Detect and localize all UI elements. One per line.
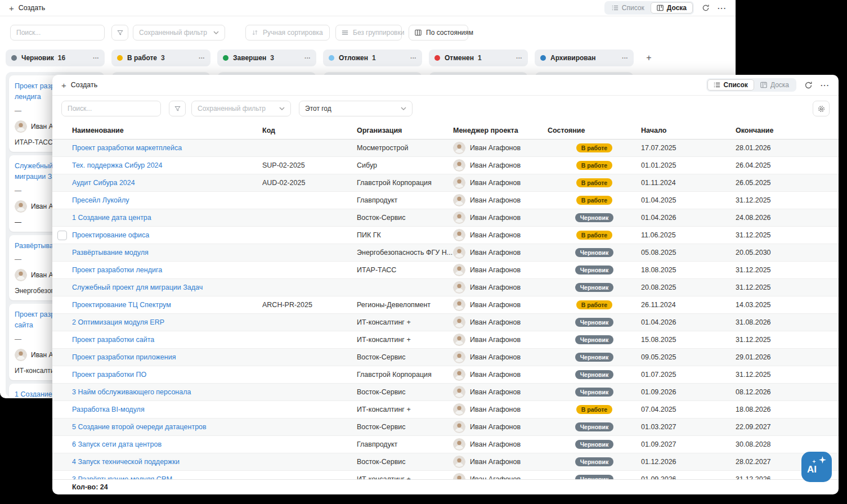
avatar (453, 281, 465, 294)
manager-name: Иван Агафонов (470, 196, 521, 204)
status-badge: Черновик (575, 457, 614, 467)
view-toggle-list[interactable]: Список (707, 79, 754, 91)
table-row[interactable]: 2 Оптимизация модуля ERP ИТ-консалтинг +… (52, 314, 839, 331)
board-columns: Черновик 16 ··· В работе 3 ··· Завершен … (0, 45, 736, 66)
table-row[interactable]: Аудит Сибура 2024 AUD-02-2025 Главстрой … (52, 174, 839, 192)
board-column-header[interactable]: Черновик 16 ··· (6, 50, 105, 66)
refresh-icon[interactable] (702, 4, 710, 12)
ai-assistant-button[interactable]: AI (801, 452, 832, 482)
column-more-icon[interactable]: ··· (622, 55, 628, 61)
table-row[interactable]: Пресейл Лукойлу Главпродукт Иван Агафоно… (52, 192, 839, 209)
table-row[interactable]: Проект разработки приложения Восток-Серв… (52, 349, 839, 366)
project-organization: Восток-Сервис (357, 458, 453, 466)
status-badge: Черновик (575, 388, 614, 397)
view-toggle-board[interactable]: Доска (651, 2, 693, 14)
column-label: Отменен (445, 54, 474, 62)
project-link[interactable]: Тех. поддержка Сибур 2024 (72, 161, 262, 169)
project-link[interactable]: Проект разработки маркетплейса (72, 144, 262, 152)
table-row[interactable]: 4 Запуск технической поддержки Восток-Се… (52, 453, 839, 471)
project-link[interactable]: Развёртывание модуля (72, 249, 262, 256)
project-link[interactable]: Проект разработки приложения (72, 353, 262, 361)
period-select[interactable]: Этот год (299, 101, 413, 116)
column-more-icon[interactable]: ··· (304, 55, 311, 61)
column-header[interactable]: Начало (641, 127, 736, 134)
table-row[interactable]: Разработка BI-модуля ИТ-консалтинг + Ива… (52, 401, 839, 418)
grouping-button[interactable]: Без группировки (335, 25, 402, 40)
column-header[interactable]: Состояние (548, 127, 641, 134)
more-icon[interactable]: ··· (821, 82, 830, 89)
create-button[interactable]: + Создать (61, 81, 97, 89)
table-row[interactable]: 5 Создание второй очереди датацентров Во… (52, 418, 839, 436)
table-row[interactable]: Тех. поддержка Сибур 2024 SUP-02-2025 Си… (52, 157, 839, 174)
project-link[interactable]: 6 Запуск сети дата центров (72, 440, 262, 448)
project-link[interactable]: Проект разработки сайта (72, 336, 262, 344)
column-header[interactable]: Менеджер проекта (453, 127, 548, 134)
project-link[interactable]: 3 Найм обслуживающего персонала (72, 388, 262, 396)
column-more-icon[interactable]: ··· (199, 55, 205, 61)
manager-name: Иван Агафонов (470, 318, 521, 326)
table-row[interactable]: Проект разработки сайта ИТ-консалтинг + … (52, 331, 839, 349)
table-row[interactable]: Проектирование офиса ПИК ГК Иван Агафоно… (52, 227, 839, 244)
by-states-button[interactable]: По состояниям (409, 25, 468, 40)
project-link[interactable]: Разработка BI-модуля (72, 406, 262, 413)
project-link[interactable]: Служебный проект для миграции Задач (72, 284, 262, 291)
table-row[interactable]: 6 Запуск сети дата центров Главпродукт И… (52, 436, 839, 453)
column-more-icon[interactable]: ··· (93, 55, 99, 61)
column-header[interactable]: Организация (357, 127, 453, 134)
project-link[interactable]: Проект разработки лендига (72, 266, 262, 274)
project-link[interactable]: Аудит Сибура 2024 (72, 179, 262, 187)
column-header[interactable]: Окончание (736, 127, 839, 134)
more-icon[interactable]: ··· (718, 4, 727, 12)
board-column-header[interactable]: Отменен 1 ··· (429, 50, 528, 66)
table-row[interactable]: Проект разработки маркетплейса Мосметрос… (52, 140, 839, 157)
end-date: 14.03.2025 (736, 301, 839, 309)
board-column-header[interactable]: В работе 3 ··· (111, 50, 210, 66)
table-row[interactable]: Проектирование ТЦ Спектрум ARCH-PR-2025 … (52, 296, 839, 314)
view-toggle-list-label: Список (622, 4, 644, 12)
board-column-header[interactable]: Архивирован ··· (535, 50, 634, 66)
project-organization: Главпродукт (357, 196, 453, 204)
table-row[interactable]: 3 Найм обслуживающего персонала Восток-С… (52, 384, 839, 401)
manager-name: Иван Агафонов (470, 388, 521, 396)
project-link[interactable]: 5 Создание второй очереди датацентров (72, 423, 262, 431)
sort-control[interactable]: Ручная сортировка (245, 25, 330, 40)
project-link[interactable]: Проектирование ТЦ Спектрум (72, 301, 262, 309)
filter-button[interactable] (169, 101, 186, 116)
avatar (15, 349, 27, 361)
column-header[interactable]: Наименование (72, 127, 262, 134)
avatar (453, 334, 465, 346)
column-more-icon[interactable]: ··· (410, 55, 416, 61)
search-input[interactable] (10, 25, 105, 40)
table-row[interactable]: 1 Создание дата центра Восток-Сервис Ива… (52, 209, 839, 227)
project-link[interactable]: 1 Создание дата центра (72, 214, 262, 222)
column-more-icon[interactable]: ··· (516, 55, 522, 61)
settings-button[interactable] (813, 101, 830, 116)
add-column-button[interactable]: + (640, 53, 657, 63)
column-header[interactable]: Код (262, 127, 357, 134)
table-row[interactable]: Проект разработки лендига ИТАР-ТАСС Иван… (52, 262, 839, 279)
view-toggle-board[interactable]: Доска (754, 79, 795, 91)
filter-button[interactable] (111, 25, 128, 40)
project-link[interactable]: 2 Оптимизация модуля ERP (72, 318, 262, 326)
project-link[interactable]: 3 Развёртывание модуля CRM (72, 475, 262, 479)
table-row[interactable]: Проект разработки ПО Главстрой Корпораци… (52, 366, 839, 384)
board-column-header[interactable]: Завершен 3 ··· (217, 50, 316, 66)
table-row[interactable]: Развёртывание модуля Энергобезопасность … (52, 244, 839, 262)
refresh-icon[interactable] (804, 81, 813, 89)
manager-name: Иван Агафонов (470, 301, 521, 309)
search-input[interactable] (61, 101, 161, 116)
project-link[interactable]: Пресейл Лукойлу (72, 196, 262, 204)
table-row[interactable]: Служебный проект для миграции Задач Иван… (52, 279, 839, 296)
view-toggle-list[interactable]: Список (606, 2, 651, 14)
table-row[interactable]: 3 Развёртывание модуля CRM ИТ-консалтинг… (52, 471, 839, 479)
saved-filter-select[interactable]: Сохраненный фильтр (133, 25, 225, 40)
saved-filter-select[interactable]: Сохраненный фильтр (191, 101, 291, 116)
project-link[interactable]: Проект разработки ПО (72, 371, 262, 379)
board-column-header[interactable]: Отложен 1 ··· (323, 50, 422, 66)
avatar (453, 386, 465, 398)
project-link[interactable]: Проектирование офиса (72, 231, 262, 239)
project-link[interactable]: 4 Запуск технической поддержки (72, 458, 262, 466)
project-organization: Главстрой Корпорация (357, 179, 453, 187)
row-checkbox[interactable] (57, 231, 67, 240)
create-button[interactable]: + Создать (9, 4, 45, 12)
